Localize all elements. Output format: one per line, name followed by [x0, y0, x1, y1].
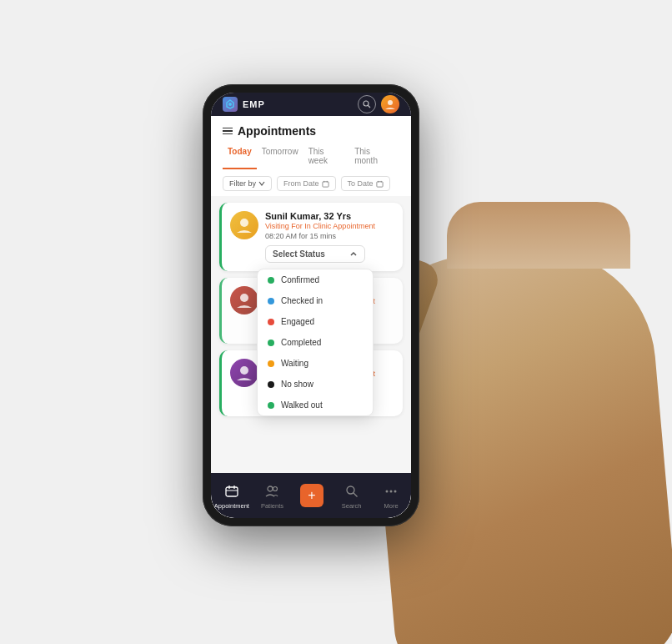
phone: EMP: [203, 84, 419, 526]
patient-avatar-1: [230, 211, 258, 239]
hamburger-menu[interactable]: [223, 128, 233, 135]
status-bar-left: EMP: [223, 97, 265, 112]
completed-label: Completed: [281, 338, 321, 347]
patient-avatar-2: [230, 286, 258, 314]
scene: EMP: [0, 0, 672, 644]
patient-avatar-3: [230, 359, 258, 387]
confirmed-dot: [268, 277, 274, 284]
confirmed-label: Confirmed: [281, 275, 319, 284]
svg-point-2: [364, 101, 369, 106]
search-circle-icon[interactable]: [358, 95, 376, 113]
more-icon: [382, 482, 400, 501]
search-icon: [343, 482, 361, 501]
tab-bar: Today Tomorrow This week This month: [223, 144, 399, 169]
svg-point-20: [347, 486, 354, 494]
appt-time-1: 08:20 AM for 15 mins: [265, 232, 394, 240]
from-date-label: From Date: [283, 179, 319, 188]
tab-tomorrow[interactable]: Tomorrow: [257, 144, 303, 169]
status-dropdown-panel: Confirmed Checked in Engag: [257, 269, 374, 416]
nav-patients[interactable]: Patients: [255, 482, 288, 510]
completed-dot: [268, 340, 274, 346]
filter-bar: Filter by From Date To Date: [223, 176, 399, 191]
page-title: Appointments: [238, 124, 316, 138]
to-date-button[interactable]: To Date: [341, 176, 390, 191]
status-option-completed[interactable]: Completed: [258, 332, 373, 353]
appointment-card-inner-1: Sunil Kumar, 32 Yrs Visiting For In Clin…: [230, 211, 394, 263]
patient-info-1: Sunil Kumar, 32 Yrs Visiting For In Clin…: [265, 211, 394, 263]
filter-by-label: Filter by: [229, 179, 256, 188]
svg-point-18: [268, 486, 273, 491]
svg-point-24: [394, 490, 397, 492]
status-option-no-show[interactable]: No show: [258, 374, 373, 395]
svg-rect-8: [376, 181, 382, 186]
filter-by-button[interactable]: Filter by: [223, 176, 272, 191]
nav-appointment[interactable]: Appointment: [214, 482, 249, 510]
patients-icon: [263, 482, 281, 501]
tab-today[interactable]: Today: [223, 144, 257, 169]
nav-add[interactable]: +: [295, 484, 328, 507]
status-select-label-1: Select Status: [273, 249, 325, 259]
svg-rect-5: [322, 181, 328, 186]
tab-this-month[interactable]: This month: [349, 144, 399, 169]
user-avatar[interactable]: [381, 95, 399, 113]
waiting-dot: [268, 360, 274, 367]
nav-more[interactable]: More: [374, 482, 408, 510]
status-bar: EMP: [211, 93, 411, 116]
appointment-card-1: Sunil Kumar, 32 Yrs Visiting For In Clin…: [219, 203, 403, 271]
appointment-icon: [223, 482, 241, 501]
engaged-label: Engaged: [281, 317, 314, 326]
phone-screen: EMP: [211, 93, 411, 518]
engaged-dot: [268, 319, 274, 325]
nav-more-label: More: [384, 502, 399, 510]
to-date-label: To Date: [348, 179, 374, 188]
add-icon: +: [300, 484, 323, 507]
status-option-waiting[interactable]: Waiting: [258, 353, 373, 374]
svg-point-19: [273, 486, 278, 491]
nav-search[interactable]: Search: [335, 482, 369, 510]
status-bar-right: [358, 95, 399, 113]
svg-point-12: [240, 294, 248, 302]
no-show-dot: [268, 381, 274, 388]
status-dropdown-1[interactable]: Select Status Confirmed: [265, 245, 394, 263]
nav-search-label: Search: [342, 502, 362, 510]
svg-point-1: [228, 103, 232, 106]
patient-name-1: Sunil Kumar, 32 Yrs: [265, 211, 394, 221]
svg-point-22: [386, 490, 389, 492]
nav-appointment-label: Appointment: [214, 502, 249, 510]
visit-type-1: Visiting For In Clinic Appointment: [265, 222, 394, 230]
svg-point-4: [388, 100, 393, 105]
header-title-row: Appointments: [223, 124, 399, 138]
svg-rect-14: [226, 487, 238, 496]
svg-point-23: [390, 490, 393, 492]
bottom-nav: Appointment Patients: [211, 473, 411, 518]
no-show-label: No show: [281, 380, 313, 389]
status-select-header-1[interactable]: Select Status: [265, 245, 365, 263]
svg-line-21: [354, 493, 358, 497]
app-logo: [223, 97, 238, 112]
svg-point-13: [240, 366, 248, 375]
status-option-confirmed[interactable]: Confirmed: [258, 269, 373, 290]
checked-in-dot: [268, 298, 274, 304]
nav-patients-label: Patients: [261, 502, 283, 510]
app-name: EMP: [243, 99, 265, 109]
waiting-label: Waiting: [281, 359, 308, 368]
main-content: Appointments Today Tomorrow This week Th…: [211, 116, 411, 518]
checked-in-label: Checked in: [281, 296, 323, 305]
svg-point-11: [240, 219, 248, 227]
appointments-list: Sunil Kumar, 32 Yrs Visiting For In Clin…: [211, 196, 411, 473]
from-date-button[interactable]: From Date: [277, 176, 336, 191]
status-option-checked-in[interactable]: Checked in: [258, 290, 373, 311]
walked-out-label: Walked out: [281, 400, 323, 410]
header: Appointments Today Tomorrow This week Th…: [211, 116, 411, 196]
walked-out-dot: [268, 402, 274, 409]
svg-line-3: [369, 106, 371, 108]
status-option-engaged[interactable]: Engaged: [258, 311, 373, 332]
tab-this-week[interactable]: This week: [303, 144, 350, 169]
status-option-walked-out[interactable]: Walked out: [258, 395, 373, 415]
